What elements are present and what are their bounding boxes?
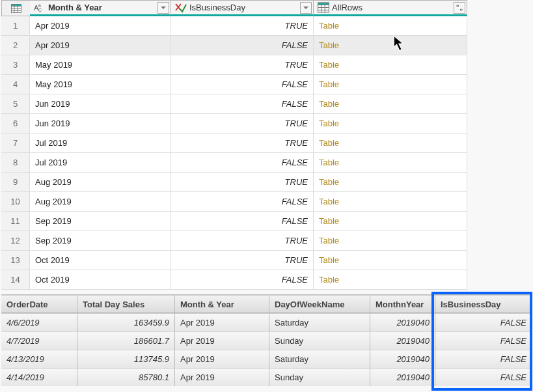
column-label: IsBusinessDay bbox=[187, 3, 300, 12]
table-row[interactable]: 12 Sep 2019 TRUE Table bbox=[1, 231, 467, 251]
cell-allrows-link[interactable]: Table bbox=[314, 251, 467, 270]
table-row[interactable]: 7 Jul 2019 TRUE Table bbox=[1, 133, 467, 153]
cell-biz: TRUE bbox=[171, 16, 314, 36]
preview-cell: FALSE bbox=[435, 331, 532, 350]
preview-cell: 4/14/2019 bbox=[1, 368, 77, 386]
cell-allrows-link[interactable]: Table bbox=[314, 55, 467, 75]
grid-body: 1 Apr 2019 TRUE Table 2 Apr 2019 FALSE T… bbox=[1, 16, 467, 290]
column-header-row: A B C Month & Year IsBusinessDay bbox=[1, 0, 467, 16]
preview-row[interactable]: 4/13/2019 113745.9 Apr 2019 Saturday 201… bbox=[1, 350, 532, 368]
text-type-icon: A B C bbox=[34, 2, 46, 13]
cell-month: May 2019 bbox=[30, 55, 171, 75]
cell-allrows-link[interactable]: Table bbox=[314, 270, 467, 290]
preview-col-totaldaysales[interactable]: Total Day Sales bbox=[77, 295, 175, 313]
column-header-isbusinessday[interactable]: IsBusinessDay bbox=[171, 0, 314, 16]
preview-cell: 4/13/2019 bbox=[1, 350, 77, 368]
cell-month: Jun 2019 bbox=[30, 114, 171, 133]
preview-cell: FALSE bbox=[435, 313, 532, 331]
cell-month: Oct 2019 bbox=[30, 251, 171, 270]
preview-col-isbusinessday[interactable]: IsBusinessDay bbox=[435, 295, 532, 313]
column-label: Month & Year bbox=[46, 3, 157, 12]
preview-cell: FALSE bbox=[435, 350, 532, 368]
preview-col-monthyear[interactable]: Month & Year bbox=[175, 295, 269, 313]
cell-month: May 2019 bbox=[30, 75, 171, 94]
row-number: 13 bbox=[1, 251, 30, 270]
cell-allrows-link[interactable]: Table bbox=[314, 94, 467, 114]
table-row[interactable]: 4 May 2019 FALSE Table bbox=[1, 75, 467, 94]
preview-col-dayofweek[interactable]: DayOfWeekName bbox=[269, 295, 370, 313]
cell-allrows-link[interactable]: Table bbox=[314, 114, 467, 133]
cell-month: Aug 2019 bbox=[30, 173, 171, 192]
cell-biz: FALSE bbox=[171, 94, 314, 114]
cell-allrows-link[interactable]: Table bbox=[314, 212, 467, 231]
cell-month: Apr 2019 bbox=[30, 16, 171, 36]
cell-month: Jul 2019 bbox=[30, 133, 171, 153]
cell-allrows-link[interactable]: Table bbox=[314, 36, 467, 55]
row-number: 14 bbox=[1, 270, 30, 290]
cell-biz: FALSE bbox=[171, 212, 314, 231]
expand-column-button[interactable] bbox=[454, 2, 465, 14]
table-row[interactable]: 8 Jul 2019 FALSE Table bbox=[1, 153, 467, 173]
cell-biz: TRUE bbox=[171, 251, 314, 270]
preview-cell: Sunday bbox=[269, 368, 370, 386]
cell-allrows-link[interactable]: Table bbox=[314, 16, 467, 36]
preview-cell: 2019040 bbox=[370, 313, 435, 331]
preview-col-orderdate[interactable]: OrderDate bbox=[1, 295, 77, 313]
preview-row[interactable]: 4/14/2019 85780.1 Apr 2019 Sunday 201904… bbox=[1, 368, 532, 386]
cell-biz: FALSE bbox=[171, 36, 314, 55]
cell-biz: FALSE bbox=[171, 153, 314, 173]
table-row[interactable]: 10 Aug 2019 FALSE Table bbox=[1, 192, 467, 212]
preview-cell: 2019040 bbox=[370, 368, 435, 386]
preview-cell: FALSE bbox=[435, 368, 532, 386]
cell-allrows-link[interactable]: Table bbox=[314, 153, 467, 173]
table-corner-icon[interactable] bbox=[1, 0, 30, 16]
filter-dropdown-button[interactable] bbox=[300, 2, 312, 14]
cell-biz: FALSE bbox=[171, 270, 314, 290]
cell-allrows-link[interactable]: Table bbox=[314, 173, 467, 192]
row-number: 11 bbox=[1, 212, 30, 231]
row-number: 9 bbox=[1, 173, 30, 192]
table-row[interactable]: 11 Sep 2019 FALSE Table bbox=[1, 212, 467, 231]
cell-allrows-link[interactable]: Table bbox=[314, 192, 467, 212]
cell-allrows-link[interactable]: Table bbox=[314, 75, 467, 94]
preview-col-monthnyear[interactable]: MonthnYear bbox=[370, 295, 435, 313]
row-number: 6 bbox=[1, 114, 30, 133]
preview-cell: Apr 2019 bbox=[175, 313, 269, 331]
column-label: AllRows bbox=[329, 3, 454, 12]
table-row[interactable]: 3 May 2019 TRUE Table bbox=[1, 55, 467, 75]
svg-rect-12 bbox=[318, 3, 329, 5]
table-row[interactable]: 5 Jun 2019 FALSE Table bbox=[1, 94, 467, 114]
cell-allrows-link[interactable]: Table bbox=[314, 231, 467, 251]
preview-row[interactable]: 4/6/2019 163459.9 Apr 2019 Saturday 2019… bbox=[1, 313, 532, 331]
table-row[interactable]: 1 Apr 2019 TRUE Table bbox=[1, 16, 467, 36]
cell-month: Aug 2019 bbox=[30, 192, 171, 212]
row-number: 2 bbox=[1, 36, 30, 55]
preview-cell: 2019040 bbox=[370, 331, 435, 350]
table-row[interactable]: 6 Jun 2019 TRUE Table bbox=[1, 114, 467, 133]
preview-cell: 113745.9 bbox=[77, 350, 175, 368]
preview-row[interactable]: 4/7/2019 186601.7 Apr 2019 Sunday 201904… bbox=[1, 331, 532, 350]
table-row[interactable]: 13 Oct 2019 TRUE Table bbox=[1, 251, 467, 270]
cell-biz: FALSE bbox=[171, 75, 314, 94]
preview-cell: 4/7/2019 bbox=[1, 331, 77, 350]
preview-cell: 186601.7 bbox=[77, 331, 175, 350]
column-header-month-year[interactable]: A B C Month & Year bbox=[30, 0, 171, 16]
preview-cell: Saturday bbox=[269, 313, 370, 331]
table-row[interactable]: 9 Aug 2019 TRUE Table bbox=[1, 173, 467, 192]
cell-allrows-link[interactable]: Table bbox=[314, 133, 467, 153]
cell-month: Sep 2019 bbox=[30, 231, 171, 251]
filter-dropdown-button[interactable] bbox=[157, 2, 169, 14]
cell-month: Oct 2019 bbox=[30, 270, 171, 290]
column-header-allrows[interactable]: AllRows bbox=[314, 0, 467, 16]
cell-month: Jul 2019 bbox=[30, 153, 171, 173]
row-number: 5 bbox=[1, 94, 30, 114]
row-number: 1 bbox=[1, 16, 30, 36]
table-row[interactable]: 2 Apr 2019 FALSE Table bbox=[1, 36, 467, 55]
preview-cell: 2019040 bbox=[370, 350, 435, 368]
table-type-icon bbox=[318, 2, 329, 13]
svg-text:C: C bbox=[38, 8, 42, 12]
cell-biz: TRUE bbox=[171, 231, 314, 251]
table-row[interactable]: 14 Oct 2019 FALSE Table bbox=[1, 270, 467, 290]
preview-cell: Apr 2019 bbox=[175, 350, 269, 368]
preview-cell: 4/6/2019 bbox=[1, 313, 77, 331]
